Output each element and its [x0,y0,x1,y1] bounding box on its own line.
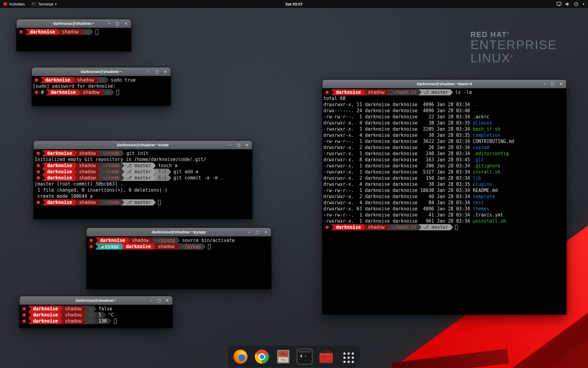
powerline-separator [106,77,109,83]
prompt-segment-host: shadow [366,224,386,230]
powerline-separator [42,150,45,156]
terminal-content[interactable]: darknoiseshadow~/pyappsource bin/activat… [87,236,271,289]
maximize-button[interactable]: □ [236,143,241,147]
redhat-icon [35,91,38,94]
chrome-icon [255,350,269,364]
output-text: [master (root-commit) 50bcb63] . [35,181,123,187]
minimize-button[interactable]: − [247,230,251,234]
file-cabinet-icon [277,350,289,363]
output-text: aliases [473,120,492,126]
terminal-line: [master (root-commit) 50bcb63] . [35,181,251,187]
terminal-content[interactable]: darknoiseshadow~/codegit initInitialized… [34,149,252,219]
prompt-segment-user: darknoise [45,150,74,156]
activities-button[interactable]: Activities [0,0,28,8]
maximize-button[interactable]: □ [551,82,555,86]
powerline-separator [98,199,100,205]
terminal-window-w2[interactable]: darknoise@shadow:~−□✕darknoiseshadow~sud… [32,67,171,106]
powerline-separator [122,150,124,156]
close-button[interactable]: ✕ [245,143,249,147]
terminal-content[interactable]: darknoiseshadow~falsedarknoiseshadow~1^C… [20,305,172,328]
terminal-window-w5[interactable]: darknoise@shadow:~−□✕darknoiseshadow~fal… [20,296,172,328]
maximize-button[interactable]: □ [115,21,120,26]
powerline-separator [153,169,156,175]
terminal-window-w1[interactable]: darknoise@shadow:~−□✕darknoiseshadow~ [17,19,131,51]
window-title: darknoise@shadow:~/pyapp [152,230,206,234]
rhel-logo-linux: LINUX® [470,52,557,65]
python-icon [100,245,104,248]
git-branch-icon: ⎇ [126,199,134,205]
dock-item-files[interactable] [275,348,292,365]
terminal-line: #darknoiseshadow~ [33,89,170,95]
dock-item-firefox[interactable] [232,348,249,365]
redhat-icon [326,226,329,229]
dock-item-terminal[interactable] [296,348,313,365]
minimize-button[interactable]: − [542,82,547,86]
window-titlebar[interactable]: darknoise@shadow:~/pyapp−□✕ [87,228,271,236]
terminal-window-w3[interactable]: darknoise@shadow:~/code−□✕darknoiseshado… [34,141,252,219]
terminal-content[interactable]: darknoiseshadow~/bash-it⎇ masterls -lato… [322,88,566,314]
dock-item-toolbox[interactable] [318,348,334,365]
powerline-separator [102,89,104,95]
terminal-window-w6[interactable]: darknoise@shadow:~/bash-it−□✕darknoisesh… [322,80,566,314]
system-menu[interactable]: ▾ [553,0,588,8]
maximize-button[interactable]: □ [155,70,159,74]
maximize-button[interactable]: □ [157,298,161,303]
window-titlebar[interactable]: darknoise@shadow:~/code−□✕ [34,141,252,149]
close-button[interactable]: ✕ [165,298,169,303]
window-controls: −□✕ [247,228,268,236]
window-titlebar[interactable]: darknoise@shadow:~/bash-it−□✕ [322,80,566,88]
minimize-button[interactable]: − [228,143,232,147]
minimize-button[interactable]: − [149,298,153,303]
command-text: sudo true [111,77,136,83]
prompt-segment-git2: S:1 [156,175,168,181]
command-text: git add a [173,169,198,175]
maximize-button[interactable]: □ [255,230,260,234]
git-branch-icon: ⎇ [126,163,134,169]
close-button[interactable]: ✕ [124,21,128,26]
powerline-separator [177,243,179,250]
clock[interactable]: Sat 03:57 [285,2,303,6]
redhat-icon [37,201,40,204]
terminal-line: drwxrwxr-x. 8 darknoise darknoise 163 Ja… [323,157,566,163]
prompt-segment-host: shadow [77,175,98,181]
dock-item-show-apps[interactable] [339,348,356,365]
prompt-segment-path: ~/bash-it [389,224,418,230]
terminal-line: darknoiseshadow~ [17,29,130,35]
terminal-content[interactable]: darknoiseshadow~ [17,28,131,51]
prompt-segment-host: shadow [77,163,98,169]
powerline-separator [81,29,83,35]
terminal-line: darknoiseshadow~130 [21,318,172,324]
window-titlebar[interactable]: darknoise@shadow:~−□✕ [20,296,172,305]
prompt-segment-path: ~/code [100,169,121,175]
redhat-icon [90,245,93,248]
redhat-icon [37,176,40,180]
output-text: -rwxrwxr-x. 1 darknoise darknoise 240 Ja… [323,151,473,157]
terminal-line: Initialized empty Git repository in /hom… [35,156,251,163]
prompt-segment-path: ~/code [100,175,121,181]
desktop[interactable]: RED HAT® ENTERPRISE LINUX® darknoise@sha… [0,0,588,368]
redhat-icon [326,91,329,94]
close-button[interactable]: ✕ [163,70,168,74]
window-titlebar[interactable]: darknoise@shadow:~−□✕ [17,19,131,28]
close-button[interactable]: ✕ [559,82,563,86]
window-titlebar[interactable]: darknoise@shadow:~−□✕ [32,67,171,76]
dock-item-chrome[interactable] [254,348,270,365]
powerline-separator [95,243,98,250]
powerline-separator [84,318,86,324]
powerline-separator [419,89,421,95]
app-menu[interactable]: Terminal ▾ [28,0,60,8]
minimize-button[interactable]: − [107,21,111,26]
terminal-window-w4[interactable]: darknoise@shadow:~/pyapp−□✕darknoiseshad… [87,228,271,289]
close-button[interactable]: ✕ [264,230,268,234]
powerline-separator [96,77,99,83]
output-text: drwxrwxr-x. 8 darknoise darknoise 163 Ja… [323,157,473,163]
terminal-line: 1 file changed, 0 insertions(+), 0 delet… [35,187,251,193]
terminal-line: darknoiseshadow~/code⎇ mastertouch a [35,163,251,169]
terminal-content[interactable]: darknoiseshadow~sudo true[sudo] password… [32,76,171,106]
prompt-segment-user: darknoise [28,29,57,35]
command-text: false [99,306,112,312]
chevron-down-icon: ▾ [582,2,584,6]
output-text: -rwxrwxr-x. 1 darknoise darknoise 2205 J… [323,126,473,132]
minimize-button[interactable]: − [147,70,151,74]
prompt-redhat-segment [33,77,40,83]
